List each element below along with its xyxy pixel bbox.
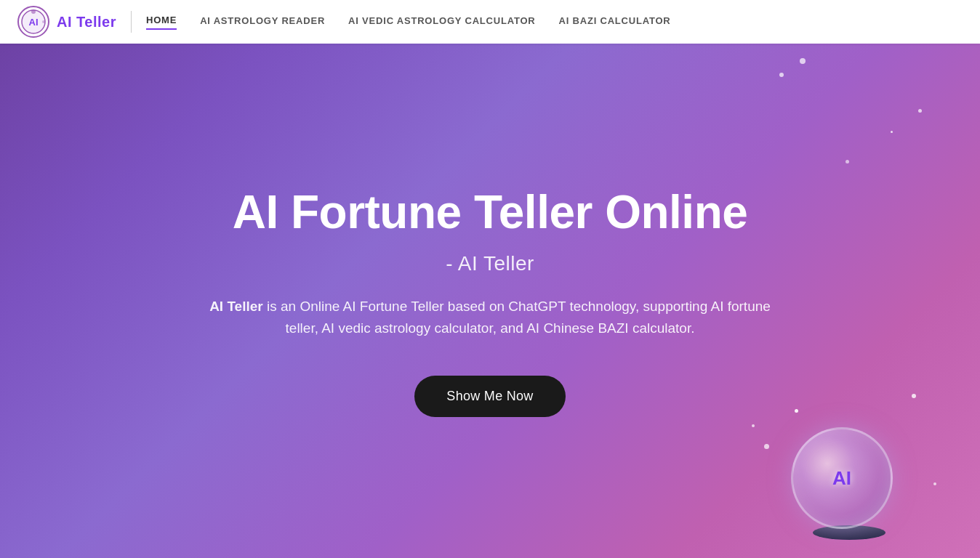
hero-content: AI Fortune Teller Online - AI Teller AI … xyxy=(163,185,817,418)
nav-bazi-calculator[interactable]: AI BAZI CALCULATOR xyxy=(559,15,671,29)
main-nav: HOME AI ASTROLOGY READER AI VEDIC ASTROL… xyxy=(146,15,671,30)
brand-name: AI Teller xyxy=(209,299,263,314)
sparkle-2 xyxy=(912,394,916,398)
sparkle-4 xyxy=(846,160,849,163)
svg-point-3 xyxy=(31,9,36,14)
svg-text:AI: AI xyxy=(29,17,39,28)
header-divider xyxy=(131,11,132,33)
hero-description: AI Teller is an Online AI Fortune Teller… xyxy=(192,296,788,340)
description-body: is an Online AI Fortune Teller based on … xyxy=(263,299,771,336)
crystal-ball-container: AI xyxy=(791,427,907,543)
decorative-dot-1 xyxy=(779,73,784,77)
sparkle-3 xyxy=(752,424,755,427)
sparkle-5 xyxy=(891,131,893,133)
svg-point-4 xyxy=(42,20,45,23)
nav-vedic-astrology[interactable]: AI VEDIC ASTROLOGY CALCULATOR xyxy=(348,15,535,29)
site-header: AI AI Teller HOME AI ASTROLOGY READER AI… xyxy=(0,0,980,44)
ball-text: AI xyxy=(832,467,851,490)
hero-subtitle: - AI Teller xyxy=(192,252,788,275)
nav-astrology-reader[interactable]: AI ASTROLOGY READER xyxy=(200,15,325,29)
decorative-dot-5 xyxy=(933,482,936,485)
decorative-dot-2 xyxy=(800,58,806,64)
decorative-dot-4 xyxy=(764,444,769,449)
show-me-now-button[interactable]: Show Me Now xyxy=(414,376,565,417)
nav-home[interactable]: HOME xyxy=(146,15,177,30)
logo-link[interactable]: AI AI Teller xyxy=(17,6,116,38)
ball-sphere: AI xyxy=(791,427,893,529)
hero-section: AI Fortune Teller Online - AI Teller AI … xyxy=(0,0,980,558)
sparkle-1 xyxy=(795,409,798,413)
hero-title: AI Fortune Teller Online xyxy=(192,185,788,240)
logo-icon: AI xyxy=(17,6,49,38)
decorative-dot-3 xyxy=(918,109,922,113)
crystal-ball: AI xyxy=(791,427,907,543)
logo-text: AI Teller xyxy=(57,14,116,31)
